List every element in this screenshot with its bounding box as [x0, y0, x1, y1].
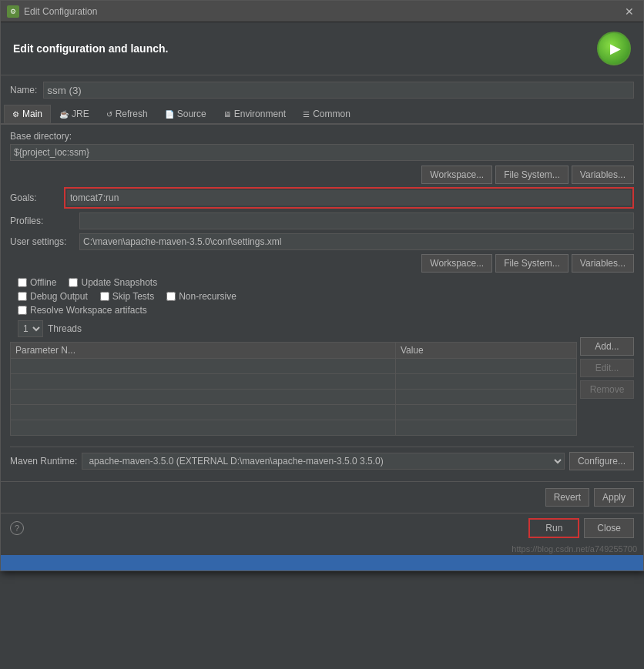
- run-button[interactable]: Run: [528, 518, 579, 538]
- resolve-workspace-label: Resolve Workspace artifacts: [30, 305, 147, 316]
- watermark: https://blog.csdn.net/a749255700: [1, 543, 643, 555]
- dialog-title: Edit Configuration: [24, 6, 622, 17]
- skip-tests-checkbox[interactable]: [100, 292, 109, 301]
- tab-jre[interactable]: ☕ JRE: [51, 105, 98, 123]
- update-snapshots-checkbox-item[interactable]: Update Snapshots: [69, 277, 157, 288]
- checkbox-row-2: Debug Output Skip Tests Non-recursive: [18, 291, 634, 302]
- goals-outer-border: [64, 187, 634, 209]
- table-row: [11, 420, 577, 436]
- source-tab-icon: 📄: [165, 110, 174, 119]
- variables-button-2[interactable]: Variables...: [572, 254, 634, 273]
- filesystem-button-2[interactable]: File System...: [495, 254, 569, 273]
- parameter-table: Parameter N... Value: [10, 342, 577, 436]
- maven-runtime-row: Maven Runtime: apache-maven-3.5.0 (EXTER…: [10, 447, 634, 475]
- skip-tests-checkbox-item[interactable]: Skip Tests: [100, 291, 154, 302]
- name-label: Name:: [10, 85, 37, 95]
- update-snapshots-label: Update Snapshots: [81, 277, 157, 288]
- non-recursive-checkbox[interactable]: [166, 292, 176, 301]
- bottom-buttons: Revert Apply: [1, 481, 643, 513]
- checkboxes-section: Offline Update Snapshots Debug Output Sk…: [10, 277, 634, 316]
- base-dir-buttons: Workspace... File System... Variables...: [10, 166, 634, 184]
- table-row: [11, 359, 577, 374]
- debug-output-checkbox[interactable]: [18, 292, 27, 301]
- close-button[interactable]: Close: [584, 518, 634, 538]
- workspace-button-1[interactable]: Workspace...: [421, 166, 492, 184]
- maven-runtime-select[interactable]: apache-maven-3.5.0 (EXTERNAL D:\maven\ap…: [82, 453, 565, 470]
- user-settings-label: User settings:: [10, 236, 79, 247]
- offline-checkbox[interactable]: [18, 278, 27, 287]
- refresh-tab-icon: ↺: [106, 110, 112, 119]
- header-section: Edit configuration and launch.: [1, 22, 643, 75]
- name-input[interactable]: [43, 82, 634, 99]
- goals-row: Goals:: [10, 187, 634, 209]
- user-settings-row: User settings:: [10, 233, 634, 250]
- maven-runtime-label: Maven Runtime:: [10, 456, 77, 467]
- resolve-workspace-checkbox-item[interactable]: Resolve Workspace artifacts: [18, 305, 147, 316]
- profiles-input[interactable]: [79, 212, 634, 229]
- offline-label: Offline: [30, 277, 56, 288]
- help-icon[interactable]: ?: [10, 521, 24, 535]
- threads-select[interactable]: 1 2 4: [18, 320, 43, 337]
- offline-checkbox-item[interactable]: Offline: [18, 277, 56, 288]
- add-button[interactable]: Add...: [580, 337, 634, 356]
- goals-input[interactable]: [67, 190, 631, 206]
- table-wrapper: Parameter N... Value: [10, 337, 577, 440]
- profiles-label: Profiles:: [10, 216, 79, 226]
- resolve-workspace-checkbox[interactable]: [18, 306, 27, 315]
- non-recursive-label: Non-recursive: [179, 291, 236, 302]
- table-buttons: Add... Edit... Remove: [580, 337, 634, 440]
- apply-button[interactable]: Apply: [594, 488, 634, 507]
- debug-output-label: Debug Output: [30, 291, 88, 302]
- tab-environment[interactable]: 🖥 Environment: [215, 105, 294, 123]
- status-bar: [1, 555, 643, 570]
- variables-button-1[interactable]: Variables...: [572, 166, 634, 184]
- user-settings-buttons: Workspace... File System... Variables...: [10, 254, 634, 273]
- base-directory-label: Base directory:: [10, 131, 634, 142]
- common-tab-icon: ☰: [303, 110, 310, 119]
- tab-source-label: Source: [177, 109, 206, 119]
- value-col-header: Value: [395, 343, 576, 359]
- profiles-row: Profiles:: [10, 212, 634, 229]
- skip-tests-label: Skip Tests: [112, 291, 154, 302]
- user-settings-input[interactable]: [79, 233, 634, 250]
- tab-jre-label: JRE: [72, 109, 89, 119]
- revert-button[interactable]: Revert: [545, 488, 589, 507]
- footer-row: ? Run Close: [1, 513, 643, 543]
- filesystem-button-1[interactable]: File System...: [495, 166, 569, 184]
- checkbox-row-1: Offline Update Snapshots: [18, 277, 634, 288]
- footer-buttons: Run Close: [528, 518, 634, 538]
- run-icon-button[interactable]: [597, 32, 631, 65]
- debug-output-checkbox-item[interactable]: Debug Output: [18, 291, 88, 302]
- edit-button[interactable]: Edit...: [580, 359, 634, 377]
- close-icon[interactable]: ✕: [622, 5, 637, 18]
- remove-button[interactable]: Remove: [580, 380, 634, 399]
- tab-refresh[interactable]: ↺ Refresh: [98, 105, 156, 123]
- tab-refresh-label: Refresh: [116, 109, 148, 119]
- tab-common[interactable]: ☰ Common: [294, 105, 359, 123]
- threads-row: 1 2 4 Threads: [10, 320, 634, 337]
- checkbox-row-3: Resolve Workspace artifacts: [18, 305, 634, 316]
- update-snapshots-checkbox[interactable]: [69, 278, 78, 287]
- edit-config-dialog: ⚙ Edit Configuration ✕ Edit configuratio…: [0, 0, 644, 571]
- table-row: [11, 405, 577, 420]
- tab-source[interactable]: 📄 Source: [156, 105, 215, 123]
- name-row: Name:: [1, 75, 643, 105]
- workspace-button-2[interactable]: Workspace...: [421, 254, 492, 273]
- watermark-text: https://blog.csdn.net/a749255700: [512, 544, 637, 554]
- tab-environment-label: Environment: [234, 109, 286, 119]
- header-title: Edit configuration and launch.: [13, 42, 168, 55]
- non-recursive-checkbox-item[interactable]: Non-recursive: [166, 291, 236, 302]
- main-content: Base directory: Workspace... File System…: [1, 125, 643, 481]
- goals-label: Goals:: [10, 192, 64, 203]
- base-directory-input[interactable]: [10, 144, 634, 161]
- env-tab-icon: 🖥: [223, 110, 231, 119]
- tab-main-label: Main: [22, 109, 42, 119]
- jre-tab-icon: ☕: [59, 110, 69, 119]
- parameter-section: Parameter N... Value Add... Edit...: [10, 337, 634, 440]
- configure-button[interactable]: Configure...: [569, 452, 634, 470]
- tab-main[interactable]: ⚙ Main: [4, 105, 51, 123]
- base-directory-section: Base directory:: [10, 131, 634, 161]
- title-bar: ⚙ Edit Configuration ✕: [1, 1, 643, 22]
- threads-label: Threads: [48, 323, 82, 334]
- tab-common-label: Common: [313, 109, 351, 119]
